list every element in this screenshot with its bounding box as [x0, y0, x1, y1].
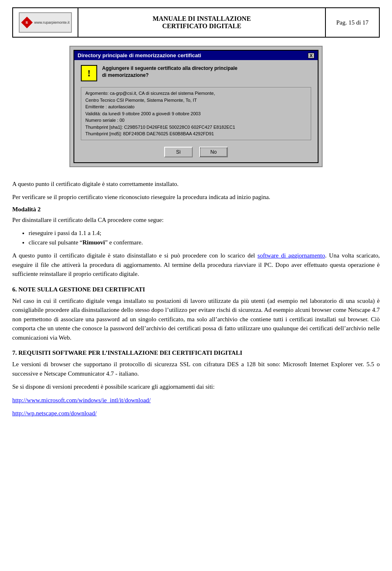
page-number: Pag. 15 di 17 [336, 19, 368, 26]
dialog-info: Argomento: ca-grp@csi.it, CA di sicurezz… [81, 87, 311, 140]
info-line-1: Argomento: ca-grp@csi.it, CA di sicurezz… [85, 90, 307, 97]
modalita-heading: Modalità 2 [12, 206, 380, 213]
dialog-buttons: Sì No [81, 147, 311, 157]
dialog-question: Aggiungere il seguente certificato alla … [102, 65, 237, 79]
dialog-top-row: ! Aggiungere il seguente certificato all… [81, 65, 311, 81]
info-line-7: Thumbprint [md5]: 8DF249DB DAE76025 E60B… [85, 130, 307, 137]
section7-para2: Se si dispone di versioni precedenti è p… [12, 382, 380, 392]
netscape-link[interactable]: http://wp.netscape.com/download/ [12, 410, 97, 416]
page-content: Directory principale di memorizzazione c… [12, 46, 380, 418]
info-line-2: Centro Tecnico CSI Piemonte, Sistema Pie… [85, 97, 307, 104]
info-line-6: Thumbprint [sha1]: C29B5710 D426F81E 500… [85, 124, 307, 131]
dialog-title: Directory principale di memorizzazione c… [78, 52, 201, 58]
info-line-3: Emittente : autorilasciato [85, 103, 307, 110]
modalita-bullets: rieseguire i passi da 1.1 a 1.4; cliccar… [29, 228, 380, 247]
microsoft-link[interactable]: http://www.microsoft.com/windows/ie_intl… [12, 397, 151, 403]
bullet-1: rieseguire i passi da 1.1 a 1.4; [29, 228, 380, 238]
section7-link1: http://www.microsoft.com/windows/ie_intl… [12, 396, 380, 405]
dialog-titlebar: Directory principale di memorizzazione c… [74, 51, 318, 60]
info-line-4: Validità: da lunedì 9 ottobre 2000 a gio… [85, 110, 307, 117]
para3: A questo punto il certificato digitale è… [12, 251, 380, 279]
para1: A questo punto il certificato digitale è… [12, 179, 380, 189]
para2: Per verificare se il proprio certificato… [12, 193, 380, 202]
software-aggiornamento-link[interactable]: software di aggiornamento [258, 252, 325, 259]
header-logo: R www.ruparpiemonte.it [13, 8, 78, 37]
modalita-desc: Per disinstallare il certificato della C… [12, 215, 380, 225]
button-yes[interactable]: Sì [164, 147, 193, 157]
rimuovi-bold: Rimuovi [82, 239, 105, 246]
section6-para1: Nel caso in cui il certificato digitale … [12, 296, 380, 343]
section7-para1: Le versioni di browser che supportano il… [12, 360, 380, 378]
info-line-5: Numero seriale : 00 [85, 117, 307, 124]
dialog-close-button[interactable]: X [308, 53, 314, 58]
dialog-body: ! Aggiungere il seguente certificato all… [74, 60, 318, 162]
header-title-line1: MANUALE DI INSTALLAZIONE [153, 15, 251, 22]
header-title: MANUALE DI INSTALLAZIONE CERTIFICATO DIG… [78, 8, 326, 37]
para3-text: A questo punto il certificato digitale è… [12, 252, 255, 259]
section7-heading: 7. REQUISITI SOFTWARE PER L’INSTALLAZION… [12, 349, 380, 356]
section7-link2: http://wp.netscape.com/download/ [12, 409, 380, 418]
screenshot-area: Directory principale di memorizzazione c… [69, 46, 323, 167]
bullet-2: cliccare sul pulsante “Rimuovi” e confer… [29, 238, 380, 247]
logo-box: R www.ruparpiemonte.it [19, 12, 72, 33]
header-page: Pag. 15 di 17 [326, 8, 379, 37]
warning-icon: ! [81, 65, 97, 81]
header-title-line2: CERTIFICATO DIGITALE [153, 22, 251, 30]
button-no[interactable]: No [199, 147, 228, 157]
section6-heading: 6. NOTE SULLA GESTIONE DEI CERTIFICATI [12, 286, 380, 293]
page-header: R www.ruparpiemonte.it MANUALE DI INSTAL… [12, 7, 380, 38]
dialog-box: Directory principale di memorizzazione c… [74, 50, 318, 163]
